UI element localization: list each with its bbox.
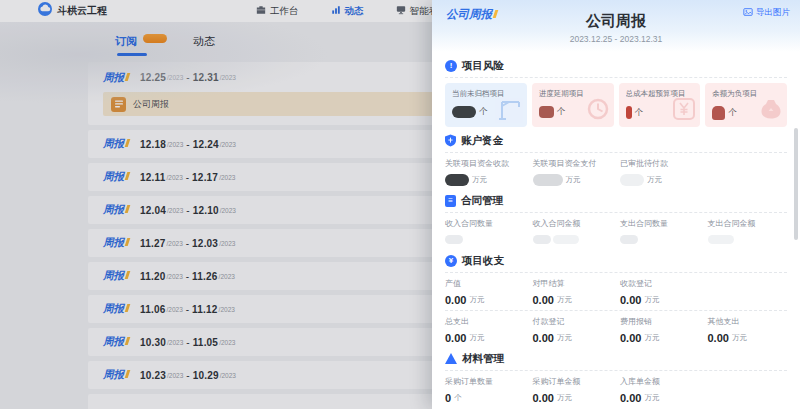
stat-value: 0.00 bbox=[445, 294, 466, 306]
date-separator: - bbox=[186, 205, 189, 216]
date-end-year: /2023 bbox=[219, 240, 235, 247]
redacted-value bbox=[452, 106, 476, 118]
app-logo-icon bbox=[38, 2, 52, 20]
materials-icon bbox=[445, 353, 457, 364]
nav-workbench[interactable]: 工作台 bbox=[256, 5, 299, 18]
section-contracts-title: 合同管理 bbox=[461, 194, 503, 208]
yuan-icon bbox=[672, 97, 696, 125]
stat-item: 总支出 0.00万元 bbox=[445, 316, 525, 344]
date-end-year: /2023 bbox=[219, 339, 235, 346]
moneybag-icon bbox=[759, 98, 783, 125]
date-start-year: /2023 bbox=[167, 207, 183, 214]
date-start-year: /2023 bbox=[167, 141, 183, 148]
image-icon bbox=[743, 7, 753, 19]
section-contracts-header: ≡ 合同管理 bbox=[445, 193, 787, 208]
redacted-value bbox=[708, 235, 734, 244]
section-budget-header: ¥ 项目收支 bbox=[445, 253, 787, 268]
date-start: 12.11 bbox=[140, 172, 165, 183]
date-start: 12.04 bbox=[140, 205, 166, 216]
weekly-badge: 周报 bbox=[103, 368, 128, 382]
stat-item: 支出合同金额 bbox=[708, 218, 788, 246]
section-funds-title: 账户资金 bbox=[461, 134, 503, 148]
risk-card-unit: 个 bbox=[635, 107, 644, 119]
date-separator: - bbox=[186, 370, 189, 381]
divider bbox=[445, 77, 787, 78]
weekly-badge: 周报 bbox=[103, 269, 128, 283]
panel-scrollbar[interactable] bbox=[794, 128, 798, 240]
tab-subscribe[interactable]: 订阅 bbox=[115, 34, 167, 56]
stat-label: 关联项目资金收款 bbox=[445, 158, 525, 169]
date-end: 11.05 bbox=[193, 337, 218, 348]
monitor-icon bbox=[396, 5, 406, 17]
export-image-label: 导出图片 bbox=[756, 7, 790, 19]
date-start-year: /2023 bbox=[166, 174, 182, 181]
stat-unit: 万元 bbox=[644, 393, 659, 403]
stat-unit: 万元 bbox=[644, 295, 659, 305]
stat-item: 付款登记 0.00万元 bbox=[533, 316, 613, 344]
date-start-year: /2023 bbox=[166, 273, 182, 280]
stat-item: 已审批待付款 万元 bbox=[620, 158, 700, 186]
app-logo[interactable]: 斗栱云工程 bbox=[38, 2, 107, 20]
date-start: 11.06 bbox=[140, 304, 165, 315]
stat-label: 付款登记 bbox=[533, 316, 613, 327]
stat-value: 0.00 bbox=[533, 392, 554, 404]
section-materials-title: 材料管理 bbox=[462, 352, 504, 366]
date-separator: - bbox=[186, 304, 189, 315]
stat-label: 已审批待付款 bbox=[620, 158, 700, 169]
date-start-year: /2023 bbox=[166, 240, 182, 247]
section-budget-title: 项目收支 bbox=[462, 254, 504, 268]
stat-unit: 万元 bbox=[557, 333, 572, 343]
stat-value: 0.00 bbox=[708, 332, 729, 344]
redacted-value bbox=[533, 174, 563, 186]
panel-header: 公司周报 导出图片 公司周报 2023.12.25 - 2023.12.31 bbox=[432, 0, 800, 52]
redacted-value bbox=[620, 235, 638, 244]
stat-value: 0.00 bbox=[620, 294, 641, 306]
date-start: 11.27 bbox=[140, 238, 165, 249]
stat-label: 支出合同金额 bbox=[708, 218, 788, 229]
stat-item: 支出合同数量 bbox=[620, 218, 700, 246]
stat-unit: 万元 bbox=[647, 175, 662, 185]
divider bbox=[445, 272, 787, 273]
date-end: 12.17 bbox=[192, 172, 218, 183]
risk-card-unit: 个 bbox=[479, 106, 488, 118]
active-tab-underline bbox=[117, 53, 147, 56]
redacted-value bbox=[445, 235, 463, 244]
stat-label: 关联项目资金支付 bbox=[533, 158, 613, 169]
redacted-value bbox=[626, 106, 632, 119]
budget-stats-row2: 总支出 0.00万元 付款登记 0.00万元 费用报销 0.00万元 其他支出 … bbox=[445, 316, 787, 344]
nav-activity[interactable]: 动态 bbox=[331, 5, 364, 18]
date-end: 12.24 bbox=[193, 139, 219, 150]
date-end-year: /2023 bbox=[219, 306, 235, 313]
risk-cards: 当前未归档项目 个 进度延期项目 个 总成本超预算项目 个 bbox=[445, 83, 787, 127]
export-image-button[interactable]: 导出图片 bbox=[743, 7, 790, 19]
stat-unit: 万元 bbox=[472, 175, 487, 185]
shield-icon bbox=[445, 134, 456, 147]
stat-value: 0.00 bbox=[620, 392, 641, 404]
date-end-year: /2023 bbox=[219, 273, 235, 280]
date-start-year: /2023 bbox=[167, 372, 183, 379]
tab-activity[interactable]: 动态 bbox=[193, 34, 215, 56]
stat-unit: 万元 bbox=[557, 393, 572, 403]
date-end: 11.12 bbox=[192, 304, 217, 315]
clock-icon bbox=[586, 97, 610, 125]
stat-label: 费用报销 bbox=[620, 316, 700, 327]
date-separator: - bbox=[186, 271, 189, 282]
stat-item: 收入合同金额 bbox=[533, 218, 613, 246]
divider bbox=[445, 212, 787, 213]
weekly-badge: 周报 bbox=[103, 170, 128, 184]
date-end-year: /2023 bbox=[220, 141, 236, 148]
stat-label: 收款登记 bbox=[620, 278, 700, 289]
date-separator: - bbox=[186, 337, 189, 348]
stat-value: 0.00 bbox=[533, 294, 554, 306]
stat-label: 总支出 bbox=[445, 316, 525, 327]
nav-workbench-label: 工作台 bbox=[270, 5, 299, 18]
stat-value: 0.00 bbox=[445, 332, 466, 344]
weekly-badge: 周报 bbox=[103, 203, 128, 217]
divider bbox=[445, 370, 787, 371]
redacted-value bbox=[539, 106, 554, 118]
redacted-value bbox=[445, 174, 469, 186]
redacted-value bbox=[553, 235, 579, 244]
contracts-stats: 收入合同数量 收入合同金额 支出合同数量 支出合同金额 bbox=[445, 218, 787, 246]
stat-value: 0.00 bbox=[533, 332, 554, 344]
date-start-year: /2023 bbox=[167, 339, 183, 346]
